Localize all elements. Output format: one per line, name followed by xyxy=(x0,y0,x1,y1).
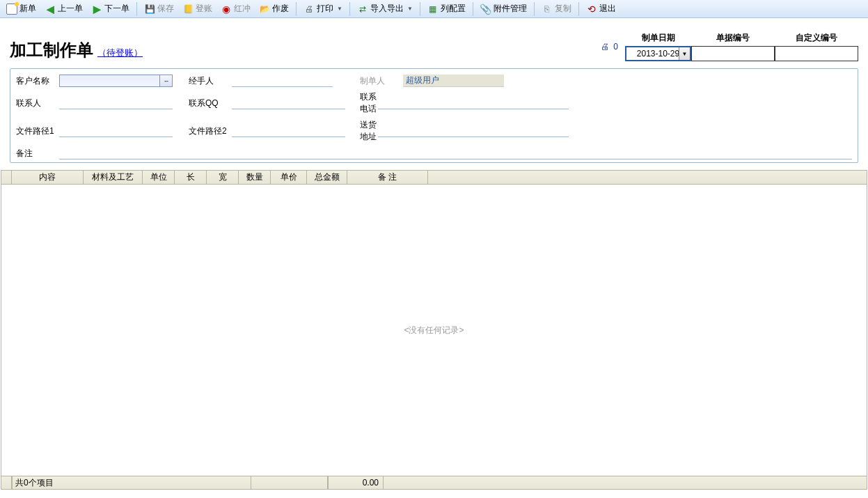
path2-input[interactable] xyxy=(232,125,345,137)
redstamp-label: 红冲 xyxy=(234,3,251,15)
grid-footer: 共0个项目 0.00 xyxy=(1,476,867,490)
void-label: 作废 xyxy=(272,3,289,15)
new-label: 新单 xyxy=(19,3,36,15)
phone-input[interactable] xyxy=(378,97,569,109)
custom-number-field[interactable] xyxy=(775,46,858,61)
separator xyxy=(349,2,350,16)
col-remark[interactable]: 备 注 xyxy=(347,171,428,184)
void-button[interactable]: 📂作废 xyxy=(255,1,292,16)
print-label: 打印 xyxy=(317,3,333,15)
grid-body[interactable]: <没有任何记录> xyxy=(1,185,867,476)
new-button[interactable]: 新单 xyxy=(3,1,40,16)
import-export-icon: ⇄ xyxy=(357,3,368,15)
paperclip-icon: 📎 xyxy=(480,3,491,15)
doc-date-value: 2013-10-29 xyxy=(637,49,679,59)
redstamp-button[interactable]: ◉红冲 xyxy=(217,1,254,16)
print-count: 🖨 0 xyxy=(599,41,618,52)
post-button[interactable]: 📒登账 xyxy=(179,1,216,16)
footer-total: 0.00 xyxy=(328,476,384,489)
col-width[interactable]: 宽 xyxy=(207,171,239,184)
qq-label: 联系QQ xyxy=(189,98,232,109)
grid: 内容 材料及工艺 单位 长 宽 数量 单价 总金额 备 注 <没有任何记录> 共… xyxy=(1,170,867,490)
toolbar: 新单 ◀上一单 ▶下一单 💾保存 📒登账 ◉红冲 📂作废 🖨打印▼ ⇄导入导出▼… xyxy=(0,0,868,18)
customer-lookup-button[interactable]: ··· xyxy=(160,75,173,87)
custom-no-label: 自定义编号 xyxy=(775,32,858,46)
io-label: 导入导出 xyxy=(370,3,404,15)
contact-input[interactable] xyxy=(59,97,173,109)
save-label: 保存 xyxy=(157,3,174,15)
docno-label: 单据编号 xyxy=(691,32,775,46)
footer-count: 共0个项目 xyxy=(12,476,251,489)
form-panel: 客户名称 ··· 经手人 制单人 超级用户 联系人 联系QQ 联系电话 xyxy=(10,68,858,163)
remark-input[interactable] xyxy=(59,147,852,159)
empty-text: <没有任何记录> xyxy=(404,325,464,336)
path1-label: 文件路径1 xyxy=(16,125,59,137)
copy-icon: ⎘ xyxy=(542,3,553,15)
exit-button[interactable]: ⟲退出 xyxy=(583,1,620,16)
exit-icon: ⟲ xyxy=(586,3,597,15)
handler-label: 经手人 xyxy=(189,75,232,87)
path1-input[interactable] xyxy=(59,125,173,137)
path2-label: 文件路径2 xyxy=(189,125,232,137)
save-button[interactable]: 💾保存 xyxy=(141,1,177,16)
printer-icon: 🖨 xyxy=(303,3,315,15)
chevron-down-icon[interactable]: ▼ xyxy=(679,47,690,60)
date-label: 制单日期 xyxy=(625,32,691,46)
printer-small-icon: 🖨 xyxy=(599,41,610,52)
remark-label: 备注 xyxy=(16,148,59,159)
qq-input[interactable] xyxy=(232,97,345,109)
prev-button[interactable]: ◀上一单 xyxy=(41,1,86,16)
contact-label: 联系人 xyxy=(16,98,59,109)
col-material[interactable]: 材料及工艺 xyxy=(84,171,143,184)
col-unit[interactable]: 单位 xyxy=(143,171,175,184)
column-config-button[interactable]: ▦列配置 xyxy=(424,1,469,16)
separator xyxy=(473,2,473,16)
attach-label: 附件管理 xyxy=(494,3,527,15)
status-link[interactable]: （待登账） xyxy=(97,47,143,59)
col-length[interactable]: 长 xyxy=(175,171,207,184)
col-handle[interactable] xyxy=(1,171,12,184)
print-count-value: 0 xyxy=(613,42,618,52)
stamp-icon: ◉ xyxy=(221,3,232,15)
separator xyxy=(136,2,137,16)
import-export-button[interactable]: ⇄导入导出▼ xyxy=(354,1,416,16)
maker-label: 制单人 xyxy=(360,75,403,87)
doc-number-field[interactable] xyxy=(691,46,775,61)
title-row: 加工制作单 （待登账） 🖨 0 制单日期 2013-10-29 ▼ 单据编号 自… xyxy=(0,18,868,68)
arrow-left-icon: ◀ xyxy=(45,3,56,15)
floppy-icon: 💾 xyxy=(144,3,155,15)
next-label: 下一单 xyxy=(104,3,129,15)
book-icon: 📒 xyxy=(182,3,194,15)
prev-label: 上一单 xyxy=(58,3,83,15)
copy-label: 复制 xyxy=(555,3,571,15)
separator xyxy=(296,2,297,16)
maker-value: 超级用户 xyxy=(406,75,439,86)
grid-header: 内容 材料及工艺 单位 长 宽 数量 单价 总金额 备 注 xyxy=(1,170,867,185)
col-qty[interactable]: 数量 xyxy=(239,171,271,184)
phone-label: 联系电话 xyxy=(360,91,378,115)
columns-icon: ▦ xyxy=(427,3,439,15)
doc-date-picker[interactable]: 2013-10-29 ▼ xyxy=(625,46,691,61)
maker-readonly: 超级用户 xyxy=(403,75,504,87)
chevron-down-icon: ▼ xyxy=(337,6,342,12)
chevron-down-icon: ▼ xyxy=(407,6,413,12)
col-price[interactable]: 单价 xyxy=(271,171,307,184)
col-content[interactable]: 内容 xyxy=(12,171,84,184)
exit-label: 退出 xyxy=(599,3,616,15)
customer-name-input[interactable] xyxy=(59,75,160,87)
page-title: 加工制作单 xyxy=(10,39,93,61)
address-input[interactable] xyxy=(378,125,569,137)
separator xyxy=(578,2,579,16)
print-button[interactable]: 🖨打印▼ xyxy=(300,1,346,16)
handler-input[interactable] xyxy=(232,75,333,87)
colcfg-label: 列配置 xyxy=(441,3,466,15)
arrow-right-icon: ▶ xyxy=(91,3,102,15)
address-label: 送货地址 xyxy=(360,119,378,143)
col-amount[interactable]: 总金额 xyxy=(307,171,347,184)
next-button[interactable]: ▶下一单 xyxy=(88,1,133,16)
separator xyxy=(534,2,535,16)
copy-button[interactable]: ⎘复制 xyxy=(538,1,575,16)
trash-icon: 📂 xyxy=(259,3,270,15)
attachment-button[interactable]: 📎附件管理 xyxy=(477,1,530,16)
post-label: 登账 xyxy=(196,3,212,15)
